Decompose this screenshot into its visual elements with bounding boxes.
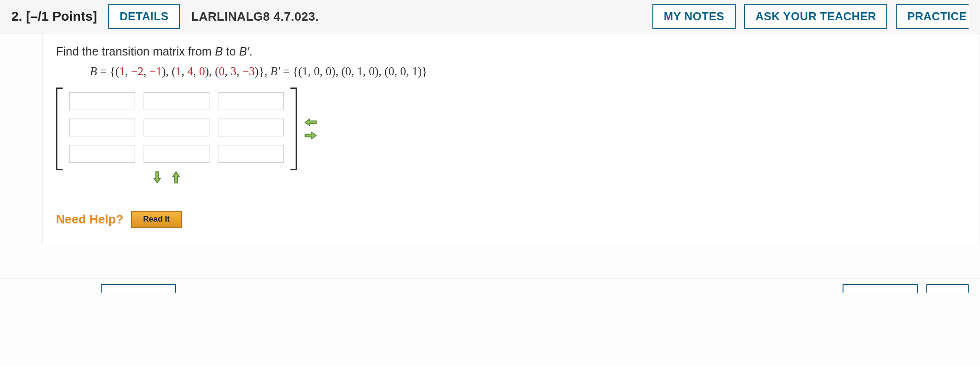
read-it-button[interactable]: Read It <box>131 211 182 228</box>
matrix-cell-0-0[interactable] <box>69 92 135 110</box>
right-bracket-icon <box>290 88 297 170</box>
left-bracket-icon <box>56 88 63 170</box>
eq-eq: = <box>97 65 110 78</box>
v2c: 0 <box>199 65 205 78</box>
arrow-down-icon <box>153 171 161 184</box>
v1c: −1 <box>149 65 162 78</box>
stub-button <box>101 284 176 293</box>
remove-column-button[interactable] <box>304 117 318 127</box>
reference-code: LARLINALG8 4.7.023. <box>191 9 319 24</box>
equation-line: B = {(1, −2, −1), (1, 4, 0), (0, 3, −3)}… <box>90 65 966 78</box>
svg-marker-0 <box>305 119 316 126</box>
add-column-button[interactable] <box>304 130 318 141</box>
matrix-cell-1-1[interactable] <box>144 119 209 136</box>
stub-right <box>843 284 969 293</box>
svg-marker-1 <box>305 132 316 139</box>
matrix-cell-2-2[interactable] <box>218 145 284 163</box>
add-row-button[interactable] <box>150 172 164 183</box>
question-header: 2. [–/1 Points] DETAILS LARLINALG8 4.7.0… <box>0 0 980 33</box>
prompt-to: to <box>223 45 239 58</box>
v3a: 0 <box>219 65 225 78</box>
header-right-group: MY NOTES ASK YOUR TEACHER PRACTICE <box>652 4 969 29</box>
next-question-header-stub <box>0 278 980 293</box>
read-it-label: Read It <box>143 215 170 223</box>
v2a: 1 <box>176 65 182 78</box>
matrix-cell-2-0[interactable] <box>69 145 135 163</box>
prompt-Bprime: B′ <box>239 45 249 58</box>
ask-teacher-label: ASK YOUR TEACHER <box>755 10 876 23</box>
stub-button <box>843 284 918 293</box>
matrix-cell-1-0[interactable] <box>69 119 135 136</box>
question-container: 2. [–/1 Points] DETAILS LARLINALG8 4.7.0… <box>0 0 980 293</box>
eq-Bprime: B′ <box>270 65 280 78</box>
matrix-cell-0-2[interactable] <box>218 92 284 110</box>
v3c: −3 <box>242 65 255 78</box>
need-help-label: Need Help? <box>56 212 123 227</box>
question-prompt: Find the transition matrix from B to B′. <box>56 45 966 58</box>
v2b: 4 <box>187 65 193 78</box>
practice-button[interactable]: PRACTICE <box>896 4 969 29</box>
row-arrow-group <box>150 172 966 183</box>
eq-B: B <box>90 65 97 78</box>
points-label: [–/1 Points] <box>26 9 97 24</box>
question-number-points: 2. [–/1 Points] <box>11 9 97 24</box>
practice-label: PRACTICE <box>907 10 967 23</box>
my-notes-button[interactable]: MY NOTES <box>652 4 736 29</box>
header-left-group: 2. [–/1 Points] DETAILS LARLINALG8 4.7.0… <box>11 4 319 29</box>
ask-teacher-button[interactable]: ASK YOUR TEACHER <box>744 4 888 29</box>
stub-left <box>101 284 176 293</box>
my-notes-label: MY NOTES <box>664 10 724 23</box>
remove-row-button[interactable] <box>169 172 183 183</box>
arrow-right-icon <box>304 131 317 140</box>
matrix-cell-1-2[interactable] <box>218 119 284 136</box>
v1a: 1 <box>119 65 125 78</box>
svg-marker-3 <box>173 172 179 183</box>
eq-bprime-set: {(1, 0, 0), (0, 1, 0), (0, 0, 1)} <box>293 65 427 78</box>
need-help-row: Need Help? Read It <box>56 211 966 228</box>
arrow-up-icon <box>172 171 180 184</box>
matrix-cell-0-1[interactable] <box>144 92 209 110</box>
matrix-area <box>56 88 966 170</box>
prompt-text-before: Find the transition matrix from <box>56 45 215 58</box>
matrix-cell-2-1[interactable] <box>144 145 209 163</box>
prompt-B: B <box>215 45 223 58</box>
details-label: DETAILS <box>120 10 169 23</box>
v3b: 3 <box>231 65 237 78</box>
stub-button <box>926 284 969 293</box>
arrow-left-icon <box>304 118 317 127</box>
column-arrow-group <box>304 117 318 141</box>
question-number: 2. <box>11 9 22 24</box>
svg-marker-2 <box>154 172 161 183</box>
v1b: −2 <box>131 65 144 78</box>
details-button[interactable]: DETAILS <box>108 4 180 29</box>
answer-matrix <box>56 88 297 170</box>
prompt-period: . <box>249 45 252 58</box>
matrix-cells <box>63 88 290 170</box>
question-body: Find the transition matrix from B to B′.… <box>42 33 980 245</box>
